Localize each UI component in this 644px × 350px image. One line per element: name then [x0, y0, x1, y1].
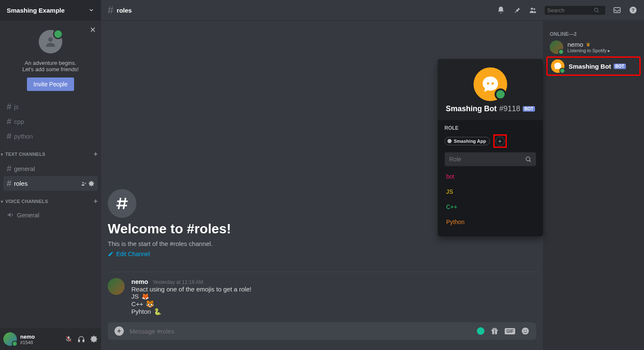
welcome-hash-icon	[108, 189, 136, 218]
svg-text:?: ?	[631, 7, 634, 13]
emoji-picker-icon[interactable]	[521, 327, 530, 335]
inbox-icon[interactable]	[613, 6, 621, 14]
svg-point-23	[495, 328, 496, 329]
gif-icon[interactable]: GIF	[505, 328, 515, 334]
member-list: ONLINE—2 nemo ♛ Listening to Spotify ▸ S…	[543, 20, 644, 350]
popup-avatar[interactable]	[474, 67, 507, 101]
snake-emoji-icon[interactable]: 🐍	[154, 308, 162, 315]
svg-line-17	[119, 198, 121, 209]
self-username: nemo	[20, 334, 35, 340]
svg-point-22	[493, 328, 494, 329]
message-input-bar: + GIF	[108, 322, 536, 340]
tiger-emoji-icon[interactable]: 🐯	[146, 300, 154, 307]
headphones-icon[interactable]	[77, 335, 85, 343]
server-sidebar: Smashing Example ✕ An adventure begins. …	[0, 0, 101, 350]
invite-illustration	[7, 27, 94, 56]
chevron-down-icon	[88, 7, 94, 13]
member-category: ONLINE—2	[546, 29, 641, 39]
voice-channel-general[interactable]: General	[3, 208, 98, 221]
messages-column: Welcome to #roles! This is the start of …	[101, 20, 543, 350]
member-name: Smashing Bot	[569, 63, 611, 70]
help-icon[interactable]: ?	[629, 6, 637, 14]
bot-badge: BOT	[614, 64, 626, 69]
role-search[interactable]	[444, 152, 536, 166]
role-option-bot[interactable]: bot	[444, 169, 536, 184]
channel-general[interactable]: #general	[3, 161, 98, 176]
channel-cpp[interactable]: #cpp	[3, 114, 98, 129]
bare-channels: #js #cpp #python	[0, 98, 101, 144]
server-header[interactable]: Smashing Example	[0, 0, 101, 20]
role-option-js[interactable]: JS	[444, 184, 536, 199]
category-text-channels[interactable]: ▾ TEXT CHANNELS +	[0, 144, 101, 160]
category-voice-channels[interactable]: ▾ VOICE CHANNELS +	[0, 191, 101, 207]
svg-line-11	[597, 11, 599, 12]
channel-settings-icon[interactable]	[88, 181, 94, 187]
popup-name: Smashing Bot#9118 BOT	[446, 104, 535, 113]
message-line: JS 🦊	[131, 293, 251, 300]
member-smashing-bot[interactable]: Smashing Bot BOT	[546, 56, 641, 76]
invite-text-1: An adventure begins.	[7, 60, 94, 66]
message-author[interactable]: nemo	[131, 278, 148, 285]
member-list-icon[interactable]	[529, 6, 537, 14]
message-avatar[interactable]	[108, 278, 125, 295]
pinned-icon[interactable]	[513, 6, 521, 14]
svg-point-28	[492, 82, 494, 85]
member-status: Listening to Spotify ▸	[567, 48, 610, 53]
grammarly-icon[interactable]	[477, 327, 484, 335]
close-icon[interactable]: ✕	[90, 25, 96, 35]
svg-point-10	[594, 8, 598, 11]
hash-icon: #	[108, 4, 113, 16]
create-invite-icon[interactable]	[81, 181, 87, 187]
message-line: Pyhton 🐍	[131, 308, 251, 315]
member-nemo[interactable]: nemo ♛ Listening to Spotify ▸	[546, 39, 641, 56]
voice-channel-list: General	[0, 207, 101, 221]
svg-line-18	[123, 198, 125, 209]
channel-title: roles	[117, 7, 132, 14]
add-role-button[interactable]: +	[495, 136, 505, 146]
member-avatar	[550, 40, 563, 54]
role-option-python[interactable]: Python	[444, 214, 536, 230]
notifications-icon[interactable]	[497, 6, 505, 14]
message-input[interactable]	[130, 328, 477, 335]
svg-line-30	[530, 160, 531, 162]
search-input[interactable]	[547, 7, 593, 13]
self-avatar[interactable]	[3, 332, 17, 346]
role-color-dot	[447, 139, 452, 143]
channel-roles[interactable]: #roles	[3, 176, 98, 191]
edit-channel-link[interactable]: Edit Channel	[108, 251, 536, 257]
role-option-cpp[interactable]: C++	[444, 199, 536, 214]
add-channel-icon[interactable]: +	[93, 150, 98, 158]
svg-rect-21	[494, 330, 495, 334]
attach-icon[interactable]: +	[114, 326, 124, 336]
svg-point-9	[533, 8, 535, 10]
spotify-icon: ▸	[608, 48, 610, 53]
role-chip[interactable]: Smashing App	[444, 137, 490, 145]
member-avatar	[551, 59, 564, 73]
avatar-placeholder-icon	[39, 30, 62, 53]
mute-mic-icon[interactable]	[65, 335, 72, 343]
fox-emoji-icon[interactable]: 🦊	[141, 293, 149, 300]
pencil-icon	[108, 251, 114, 257]
user-footer: nemo #1548	[0, 328, 101, 350]
message-line: C++ 🐯	[131, 300, 251, 308]
channel-js[interactable]: #js	[3, 99, 98, 114]
svg-point-24	[522, 328, 529, 335]
channel-label: roles	[14, 180, 28, 187]
role-search-input[interactable]	[449, 156, 525, 163]
self-tag: #1548	[20, 340, 35, 345]
channel-label: python	[14, 133, 33, 140]
svg-rect-5	[78, 340, 80, 342]
welcome-subtitle: This is the start of the #roles channel.	[108, 240, 536, 247]
invite-people-button[interactable]: Invite People	[27, 77, 75, 91]
user-settings-icon[interactable]	[90, 335, 98, 343]
search-box[interactable]	[545, 6, 605, 15]
gift-icon[interactable]	[490, 327, 499, 335]
svg-point-26	[526, 330, 527, 331]
channel-label: cpp	[14, 118, 24, 125]
add-voice-channel-icon[interactable]: +	[93, 198, 98, 205]
edit-channel-label: Edit Channel	[116, 251, 150, 257]
svg-point-25	[524, 330, 524, 331]
message-line: React using one of the emojis to get a r…	[131, 286, 251, 293]
channel-header: # roles ?	[101, 0, 644, 20]
channel-python[interactable]: #python	[3, 129, 98, 144]
